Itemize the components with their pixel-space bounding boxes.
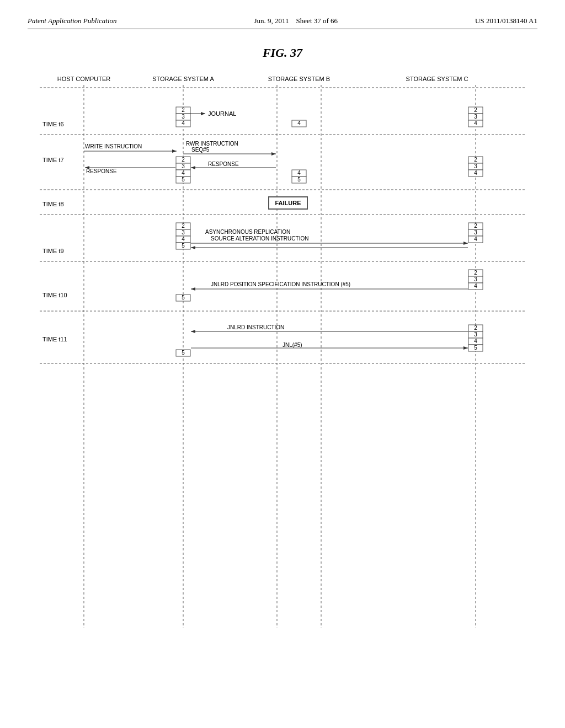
response-to-host-label: RESPONSE [86,168,117,174]
response-from-b-label: RESPONSE [208,161,239,167]
header-patent-number: US 2011/0138140 A1 [475,17,537,25]
time-t9-label: TIME t9 [42,248,64,254]
header-date-sheet: Jun. 9, 2011 Sheet 37 of 66 [254,17,338,25]
time-t6-label: TIME t6 [42,121,64,127]
header-publication: Patent Application Publication [28,17,117,25]
svg-text:5: 5 [297,176,301,183]
jnlrd-pos-label: JNLRD POSITION SPECIFICATION INSTRUCTION… [211,281,350,287]
svg-text:4: 4 [182,170,185,176]
col-storageB: STORAGE SYSTEM B [268,76,330,82]
timing-diagram: HOST COMPUTER STORAGE SYSTEM A STORAGE S… [40,71,525,634]
col-storageC: STORAGE SYSTEM C [406,76,468,82]
svg-text:4: 4 [474,170,477,176]
svg-text:5: 5 [182,243,185,249]
svg-text:2: 2 [182,107,185,113]
jnlrd-instruction-label: JNLRD INSTRUCTION [227,324,284,330]
svg-text:3: 3 [474,276,477,282]
svg-text:3: 3 [474,163,477,169]
col-host: HOST COMPUTER [57,76,110,82]
svg-text:4: 4 [474,120,477,126]
col-storageA: STORAGE SYSTEM A [152,76,214,82]
svg-text:4: 4 [474,236,477,242]
rwr-instruction-label: RWR INSTRUCTION [186,141,238,147]
svg-text:3: 3 [182,163,185,169]
svg-text:5: 5 [182,176,185,183]
jnl5-label: JNL(#5) [282,342,302,348]
svg-text:2: 2 [474,223,477,229]
svg-text:3: 3 [182,229,185,235]
svg-text:4: 4 [182,120,185,126]
time-t11-label: TIME t11 [42,336,67,342]
journal-label: JOURNAL [208,110,236,117]
svg-text:5: 5 [182,295,185,301]
svg-text:5: 5 [474,345,477,351]
svg-text:5: 5 [182,350,185,356]
svg-text:2: 2 [474,107,477,113]
page-header: Patent Application Publication Jun. 9, 2… [28,17,537,29]
svg-text:2: 2 [182,223,185,229]
svg-text:2: 2 [474,325,477,331]
async-replication-label2: SOURCE ALTERATION INSTRUCTION [211,235,308,242]
svg-text:2: 2 [474,157,477,163]
svg-text:3: 3 [474,114,477,120]
svg-text:2: 2 [474,270,477,276]
time-t7-label: TIME t7 [42,157,64,163]
svg-text:4: 4 [182,236,185,242]
svg-text:4: 4 [297,120,301,126]
async-replication-label1: ASYNCHRONOUS REPLICATION [205,229,290,235]
svg-text:4: 4 [474,338,477,344]
page: Patent Application Publication Jun. 9, 2… [0,0,565,728]
time-t8-label: TIME t8 [42,201,64,207]
svg-text:3: 3 [474,229,477,235]
rwr-seq-label: SEQ#5 [191,147,210,153]
write-instruction-label: WRITE INSTRUCTION [85,143,142,149]
failure-label: FAILURE [275,200,301,206]
svg-text:2: 2 [182,157,185,163]
svg-text:4: 4 [297,170,301,176]
svg-text:3: 3 [182,114,185,120]
svg-text:4: 4 [474,283,477,289]
figure-title: FIG. 37 [28,46,537,60]
diagram-container: HOST COMPUTER STORAGE SYSTEM A STORAGE S… [40,71,525,634]
time-t10-label: TIME t10 [42,292,67,298]
svg-text:3: 3 [474,331,477,338]
